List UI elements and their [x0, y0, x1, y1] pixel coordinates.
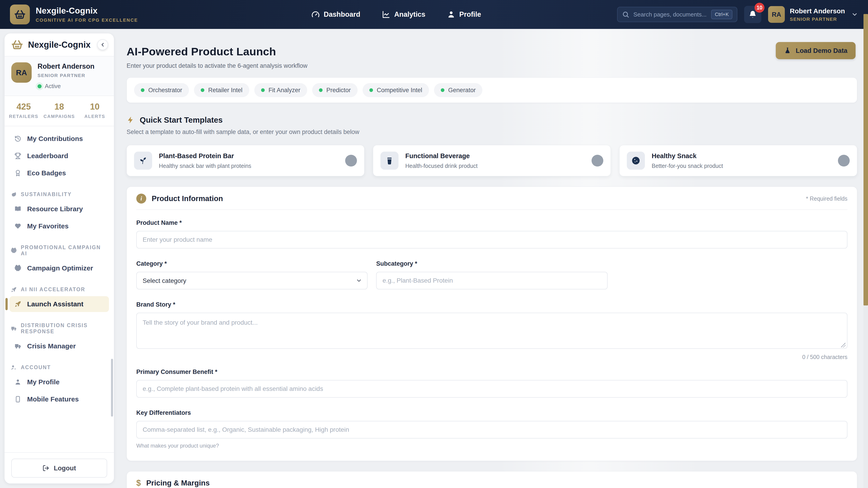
topnav-profile[interactable]: Profile [447, 10, 481, 19]
card-title: Product Information [152, 194, 223, 203]
sidebar-item-launch-assistant[interactable]: Launch Assistant [9, 296, 109, 312]
search-input[interactable] [633, 11, 707, 18]
sidebar-item-crisis-manager[interactable]: Crisis Manager [9, 338, 109, 354]
page-header: AI-Powered Product Launch Enter your pro… [127, 45, 857, 69]
user-meta: Robert Anderson SENIOR PARTNER [790, 7, 845, 22]
quick-start-title: Quick Start Templates [140, 116, 223, 125]
stat-value: 425 [6, 102, 41, 111]
user-icon [447, 10, 455, 19]
card-title: Pricing & Margins [146, 479, 210, 487]
subcategory-input[interactable] [376, 272, 608, 289]
differentiators-label: Key Differentiators [136, 410, 847, 416]
page-scrollbar-thumb[interactable] [864, 14, 868, 305]
differentiators-input[interactable] [136, 421, 847, 438]
agent-status-dot [141, 88, 145, 92]
template-select-radio[interactable] [592, 155, 603, 166]
sidebar-item-label: Campaign Optimizer [27, 264, 93, 272]
sidebar-user-meta: Robert Anderson SENIOR PARTNER Active [37, 62, 94, 90]
sprout-icon [134, 152, 152, 170]
sidebar-item-label: Eco Badges [27, 169, 66, 177]
leaf-icon [11, 192, 17, 197]
rocket-icon [14, 301, 21, 307]
user-menu[interactable]: RA Robert Anderson SENIOR PARTNER [768, 6, 858, 23]
template-card-plant-based-protein-bar[interactable]: Plant-Based Protein Bar Healthy snack ba… [127, 145, 364, 176]
template-select-radio[interactable] [345, 155, 357, 166]
template-card-healthy-snack[interactable]: Healthy Snack Better-for-you snack produ… [619, 145, 857, 176]
sidebar-item-label: My Profile [27, 378, 59, 386]
template-card-text: Functional Beverage Health-focused drink… [405, 152, 477, 169]
topnav-dashboard[interactable]: Dashboard [311, 10, 360, 19]
agent-status-dot [441, 88, 444, 92]
brain-icon [14, 265, 21, 271]
quick-start-subtitle: Select a template to auto-fill with samp… [127, 129, 857, 135]
bell-icon [748, 10, 757, 19]
empty-cell [616, 260, 847, 289]
lightning-icon [127, 116, 135, 124]
book-open-icon [14, 205, 21, 213]
stat-label: RETAILERS [6, 114, 41, 119]
truck-icon [11, 326, 17, 331]
template-card-functional-beverage[interactable]: Functional Beverage Health-focused drink… [373, 145, 611, 176]
sidebar-item-resource-library[interactable]: Resource Library [9, 201, 109, 217]
sidebar: Nexgile-Cognix RA Robert Anderson SENIOR… [4, 33, 114, 484]
sidebar-item-my-contributions[interactable]: My Contributions [9, 131, 109, 147]
brain-icon [11, 248, 17, 254]
sidebar-item-leaderboard[interactable]: Leaderboard [9, 148, 109, 164]
topnav-label: Analytics [394, 10, 426, 19]
brand-story-textarea[interactable] [136, 313, 847, 349]
agent-status-dot [261, 88, 265, 92]
agent-chip-generator: Generator [434, 83, 483, 97]
global-search[interactable]: Ctrl+K [617, 7, 737, 22]
sidebar-section-label: PROMOTIONAL CAMPAIGN AI [21, 245, 107, 257]
user-role: SENIOR PARTNER [790, 17, 845, 22]
page-subtitle: Enter your product details to activate t… [127, 62, 857, 69]
benefit-group: Primary Consumer Benefit * [136, 368, 847, 398]
product-name-label: Product Name * [136, 219, 847, 226]
load-demo-data-button[interactable]: Load Demo Data [776, 42, 856, 59]
chevron-down-icon [851, 11, 858, 18]
logout-button[interactable]: Logout [11, 459, 107, 478]
topnav-label: Dashboard [324, 10, 360, 19]
sidebar-section-label: SUSTAINABILITY [21, 191, 72, 197]
brand-text: Nexgile-Cognix COGNITIVE AI FOR CPG EXCE… [36, 6, 138, 23]
agent-status-dot [369, 88, 373, 92]
agent-chip-label: Orchestrator [148, 87, 182, 94]
sidebar-item-campaign-optimizer[interactable]: Campaign Optimizer [9, 260, 109, 276]
logout-icon [42, 465, 49, 471]
template-title: Plant-Based Protein Bar [159, 152, 251, 160]
agent-chip-fit-analyzer: Fit Analyzer [254, 83, 307, 97]
sidebar-item-my-favorites[interactable]: My Favorites [9, 218, 109, 234]
sidebar-collapse-button[interactable] [97, 39, 108, 50]
template-desc: Better-for-you snack product [652, 163, 723, 169]
gauge-icon [311, 10, 320, 19]
differentiators-hint: What makes your product unique? [136, 443, 847, 449]
benefit-input[interactable] [136, 380, 847, 398]
template-desc: Healthy snack bar with plant proteins [159, 163, 251, 169]
template-select-radio[interactable] [838, 155, 850, 166]
user-status: Active [37, 83, 94, 90]
brand-title: Nexgile-Cognix [36, 6, 138, 15]
category-select-wrap: Select category [136, 272, 368, 289]
category-label: Category * [136, 260, 368, 267]
page-scrollbar-track[interactable] [864, 305, 868, 488]
topnav-analytics[interactable]: Analytics [382, 10, 426, 19]
category-row: Category * Select category Subcategory * [136, 260, 847, 289]
category-group: Category * Select category [136, 260, 368, 289]
sidebar-scrollbar-thumb[interactable] [111, 359, 113, 417]
agent-chip-orchestrator: Orchestrator [134, 83, 189, 97]
user-role: SENIOR PARTNER [37, 73, 94, 78]
notifications-button[interactable]: 10 [744, 6, 761, 23]
sidebar-section-label: ACCOUNT [21, 364, 51, 370]
sidebar-item-my-profile[interactable]: My Profile [9, 374, 109, 390]
product-name-input[interactable] [136, 231, 847, 249]
agent-status-bar: Orchestrator Retailer Intel Fit Analyzer… [127, 77, 857, 103]
template-title: Healthy Snack [652, 152, 723, 160]
sidebar-item-mobile-features[interactable]: Mobile Features [9, 391, 109, 407]
product-information-card: i Product Information * Required fields … [127, 187, 857, 461]
search-icon [622, 11, 629, 18]
agent-chip-label: Retailer Intel [208, 87, 243, 94]
category-select[interactable]: Select category [136, 272, 368, 289]
agent-chip-label: Competitive Intel [377, 87, 422, 94]
logout-label: Logout [54, 464, 76, 472]
sidebar-item-eco-badges[interactable]: Eco Badges [9, 165, 109, 181]
